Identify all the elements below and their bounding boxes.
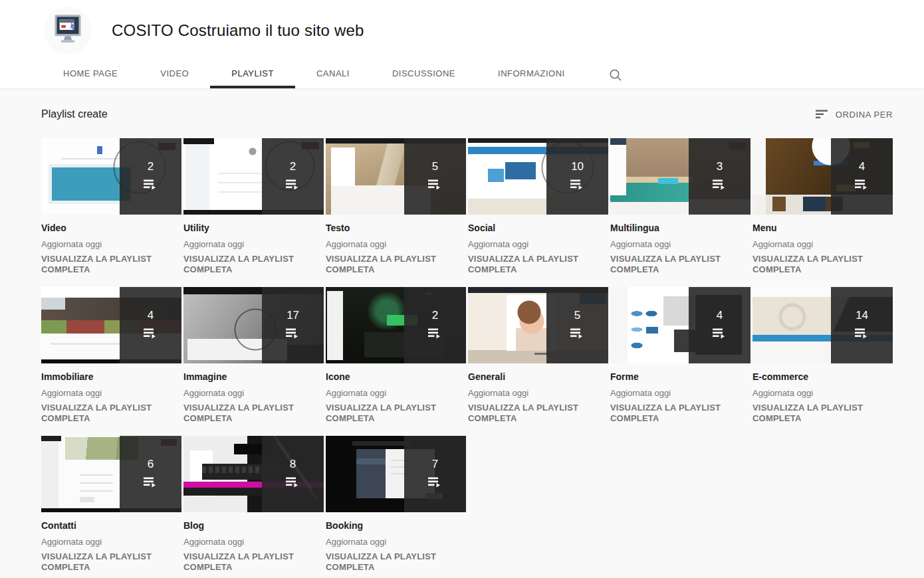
- playlist-title[interactable]: Blog: [183, 520, 324, 531]
- playlist-updated: Aggiornata oggi: [468, 388, 608, 398]
- playlist-thumbnail[interactable]: 6: [41, 436, 181, 512]
- video-count: 7: [432, 458, 438, 470]
- playlist-count-overlay: 4: [831, 138, 893, 215]
- playlist-card: 2 Icone Aggiornata oggi VISUALIZZA LA PL…: [326, 287, 466, 424]
- playlist-card: 8 Blog Aggiornata oggi VISUALIZZA LA PLA…: [183, 436, 324, 573]
- playlist-updated: Aggiornata oggi: [610, 239, 751, 249]
- video-count: 5: [432, 161, 438, 172]
- playlist-count-overlay: 5: [404, 138, 466, 215]
- view-full-playlist-link[interactable]: VISUALIZZA LA PLAYLIST COMPLETA: [468, 254, 581, 275]
- playlist-title[interactable]: Immobiliare: [41, 371, 181, 382]
- tab-home[interactable]: HOME PAGE: [42, 61, 139, 88]
- playlist-count-overlay: 2: [120, 138, 181, 215]
- playlist-thumbnail[interactable]: 14: [752, 287, 893, 363]
- playlist-updated: Aggiornata oggi: [468, 239, 608, 249]
- playlist-title[interactable]: Utility: [183, 223, 324, 233]
- playlist-thumbnail[interactable]: 5: [468, 287, 608, 363]
- playlist-icon: [428, 327, 443, 340]
- video-count: 17: [287, 310, 299, 321]
- playlist-title[interactable]: Social: [468, 223, 608, 233]
- playlist-thumbnail[interactable]: 2: [183, 138, 324, 215]
- playlist-title[interactable]: Contatti: [41, 520, 181, 531]
- playlist-thumbnail[interactable]: 5: [326, 138, 466, 215]
- playlist-card: 14 E-commerce Aggiornata oggi VISUALIZZA…: [752, 287, 893, 424]
- playlist-title[interactable]: E-commerce: [752, 371, 893, 382]
- video-count: 2: [290, 161, 296, 172]
- view-full-playlist-link[interactable]: VISUALIZZA LA PLAYLIST COMPLETA: [183, 403, 296, 424]
- playlist-meta: Booking Aggiornata oggi VISUALIZZA LA PL…: [326, 512, 466, 573]
- video-count: 4: [859, 161, 865, 172]
- playlist-title[interactable]: Video: [41, 223, 181, 233]
- view-full-playlist-link[interactable]: VISUALIZZA LA PLAYLIST COMPLETA: [468, 403, 581, 424]
- sort-button[interactable]: ORDINA PER: [816, 110, 893, 120]
- playlist-thumbnail[interactable]: 2: [326, 287, 466, 363]
- view-full-playlist-link[interactable]: VISUALIZZA LA PLAYLIST COMPLETA: [183, 254, 296, 275]
- video-count: 14: [856, 310, 868, 321]
- playlist-updated: Aggiornata oggi: [326, 388, 466, 398]
- playlist-title[interactable]: Generali: [468, 371, 608, 382]
- view-full-playlist-link[interactable]: VISUALIZZA LA PLAYLIST COMPLETA: [41, 254, 154, 275]
- tab-informazioni[interactable]: INFORMAZIONI: [477, 61, 586, 88]
- sort-icon: [816, 110, 829, 119]
- playlist-title[interactable]: Icone: [326, 371, 466, 382]
- playlist-thumbnail[interactable]: 4: [752, 138, 893, 215]
- playlist-count-overlay: 2: [262, 138, 324, 215]
- view-full-playlist-link[interactable]: VISUALIZZA LA PLAYLIST COMPLETA: [610, 403, 723, 424]
- playlist-title[interactable]: Forme: [610, 371, 751, 382]
- view-full-playlist-link[interactable]: VISUALIZZA LA PLAYLIST COMPLETA: [326, 551, 439, 573]
- view-full-playlist-link[interactable]: VISUALIZZA LA PLAYLIST COMPLETA: [41, 551, 154, 573]
- playlist-thumbnail[interactable]: 2: [41, 138, 181, 215]
- playlist-title[interactable]: Menu: [752, 223, 893, 233]
- playlist-icon: [713, 327, 727, 340]
- playlist-thumbnail[interactable]: 4: [41, 287, 181, 363]
- playlist-meta: Contatti Aggiornata oggi VISUALIZZA LA P…: [41, 512, 181, 573]
- playlist-icon: [286, 476, 300, 489]
- playlist-thumbnail[interactable]: 7: [326, 436, 466, 512]
- channel-search-button[interactable]: [586, 61, 645, 88]
- view-full-playlist-link[interactable]: VISUALIZZA LA PLAYLIST COMPLETA: [610, 254, 723, 275]
- monitor-browser-icon: [44, 7, 92, 54]
- playlist-icon: [570, 178, 585, 191]
- playlist-updated: Aggiornata oggi: [326, 239, 466, 249]
- page-title: Playlist create: [41, 108, 108, 120]
- tab-discussione[interactable]: DISCUSSIONE: [371, 61, 477, 88]
- playlist-meta: Testo Aggiornata oggi VISUALIZZA LA PLAY…: [326, 215, 466, 275]
- playlist-title[interactable]: Immagine: [183, 371, 324, 382]
- playlist-thumbnail[interactable]: 8: [183, 436, 324, 512]
- playlist-icon: [144, 327, 158, 340]
- view-full-playlist-link[interactable]: VISUALIZZA LA PLAYLIST COMPLETA: [41, 403, 154, 424]
- playlist-icon: [286, 327, 300, 340]
- playlist-meta: Social Aggiornata oggi VISUALIZZA LA PLA…: [468, 215, 608, 275]
- playlist-thumbnail[interactable]: 3: [610, 138, 751, 215]
- playlist-icon: [713, 178, 727, 191]
- playlist-title[interactable]: Booking: [326, 520, 466, 531]
- view-full-playlist-link[interactable]: VISUALIZZA LA PLAYLIST COMPLETA: [752, 403, 866, 424]
- view-full-playlist-link[interactable]: VISUALIZZA LA PLAYLIST COMPLETA: [326, 254, 439, 275]
- playlist-meta: Immagine Aggiornata oggi VISUALIZZA LA P…: [183, 363, 324, 424]
- tab-video[interactable]: VIDEO: [139, 61, 210, 88]
- playlist-updated: Aggiornata oggi: [183, 239, 324, 249]
- tab-canali[interactable]: CANALI: [295, 61, 371, 88]
- playlist-thumbnail[interactable]: 10: [468, 138, 608, 215]
- playlist-title[interactable]: Multilingua: [610, 223, 751, 233]
- playlist-updated: Aggiornata oggi: [41, 239, 181, 249]
- playlist-card: 4 Menu Aggiornata oggi VISUALIZZA LA PLA…: [752, 138, 893, 275]
- view-full-playlist-link[interactable]: VISUALIZZA LA PLAYLIST COMPLETA: [326, 403, 439, 424]
- view-full-playlist-link[interactable]: VISUALIZZA LA PLAYLIST COMPLETA: [183, 551, 296, 573]
- sort-button-label: ORDINA PER: [836, 110, 893, 120]
- playlist-count-overlay: 4: [689, 287, 751, 363]
- playlist-title[interactable]: Testo: [326, 223, 466, 233]
- playlist-thumbnail[interactable]: 4: [610, 287, 751, 363]
- channel-avatar: [44, 7, 92, 54]
- playlist-card: 3 Multilingua Aggiornata oggi VISUALIZZA…: [610, 138, 751, 275]
- playlist-updated: Aggiornata oggi: [752, 388, 893, 398]
- playlist-page: Playlist create ORDINA PER 2: [0, 88, 924, 573]
- video-count: 4: [148, 310, 154, 321]
- video-count: 2: [148, 161, 154, 172]
- playlist-thumbnail[interactable]: 17: [183, 287, 324, 363]
- playlist-updated: Aggiornata oggi: [183, 537, 324, 547]
- channel-title: COSITO Costruiamo il tuo sito web: [112, 21, 364, 40]
- view-full-playlist-link[interactable]: VISUALIZZA LA PLAYLIST COMPLETA: [752, 254, 866, 275]
- tab-playlist[interactable]: PLAYLIST: [210, 61, 295, 88]
- video-count: 3: [717, 161, 723, 172]
